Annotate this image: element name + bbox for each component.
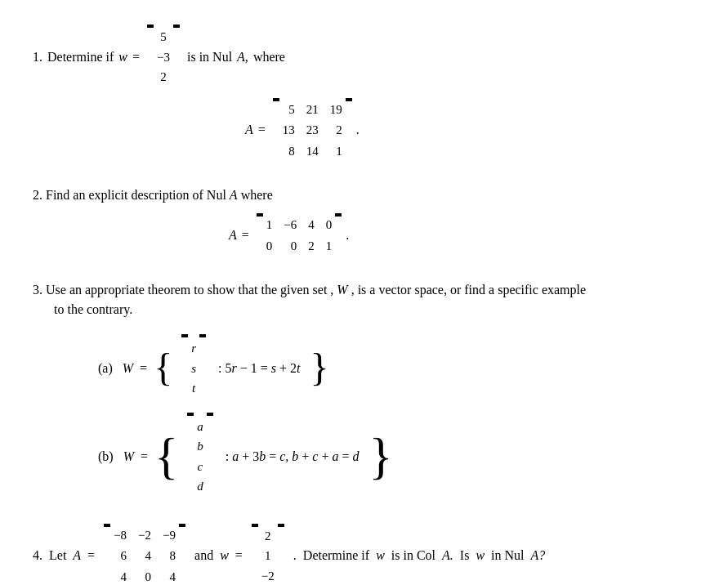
problem-4-number: 4. — [33, 546, 42, 565]
problem-4-w-eq: = — [235, 546, 243, 565]
problem-2-A-label: A — [229, 226, 237, 245]
problem-1-is-in-nul: is in Nul — [187, 47, 232, 67]
problem-4-vector-w: 2 1 −2 — [252, 524, 284, 586]
big-brace-left-a: { — [154, 351, 172, 385]
problem-2-where: where — [241, 188, 273, 202]
problem-1-where: where — [253, 47, 285, 67]
problem-4-period: . — [293, 546, 297, 565]
problem-1-A-label: A — [245, 120, 253, 140]
problem-4-A-label: A — [73, 546, 81, 565]
big-brace-right-b: } — [369, 435, 393, 478]
problem-3b-eq: = — [141, 447, 148, 467]
problem-4-line: 4. Let A = −8−2−9 648 404 and w = 2 1 −2… — [33, 524, 695, 586]
problem-3-text3: to the contrary. — [33, 300, 695, 319]
problem-3a-W-label: W — [123, 359, 133, 378]
problem-3a-condition: : 5r − 1 = s + 2t — [218, 359, 300, 378]
problem-3a-label: (a) — [98, 359, 113, 378]
problem-3-text: Use an appropriate theorem to show that … — [46, 283, 337, 297]
problem-4-A-eq: = — [87, 546, 95, 565]
problem-3-W: W — [337, 283, 347, 297]
problem-4-A2: A. — [442, 546, 453, 565]
problem-2-text: Find an explicit description of Nul — [46, 188, 230, 202]
problem-3a-eq: = — [140, 359, 147, 378]
problem-4-w2: w — [376, 546, 385, 565]
problem-3-text2: is a vector space, or find a specific ex… — [358, 283, 586, 297]
problem-1-matrix-A: 52119 13232 8141 — [273, 98, 352, 163]
big-brace-left-b: { — [154, 435, 178, 478]
problem-4-and: and — [194, 546, 213, 565]
problem-1-number: 1. — [33, 47, 42, 67]
problem-1-text-before: Determine if — [47, 47, 114, 67]
problem-1-vector-w: 5 −3 2 — [147, 25, 180, 90]
problem-3: 3. Use an appropriate theorem to show th… — [33, 280, 695, 501]
problem-4-A3: A? — [531, 546, 546, 565]
problem-4-w-label: w — [220, 546, 229, 565]
problem-3b-condition: : a + 3b = c, b + c + a = d — [226, 447, 360, 467]
problem-4-is: Is — [460, 546, 470, 565]
problem-1-equals: = — [132, 47, 140, 67]
problem-4-determine: Determine if — [303, 546, 369, 565]
problem-2-period: . — [346, 226, 349, 245]
problem-2-matrix-A: 1−640 0021 — [257, 213, 342, 257]
problem-3-text-line: 3. Use an appropriate theorem to show th… — [33, 280, 695, 300]
problem-4-is-in-col: is in Col — [391, 546, 435, 565]
problem-3-subpart-a: (a) W = { r s t : 5r − 1 = s + 2t } — [98, 334, 695, 403]
problem-1-eq: = — [258, 120, 266, 140]
problem-2-A: A — [230, 188, 238, 202]
big-brace-right-a: } — [310, 351, 328, 385]
problem-3b-vector: a b c d — [187, 413, 213, 501]
problem-4-matrix-A: −8−2−9 648 404 — [104, 524, 185, 586]
problem-3b-label: (b) — [98, 447, 114, 467]
problem-3a-vector: r s t — [181, 334, 206, 403]
problem-2-text-line: 2. Find an explicit description of Nul A… — [33, 185, 695, 205]
problem-4-let: Let — [49, 546, 66, 565]
problem-1-w: w — [118, 47, 127, 67]
problem-2: 2. Find an explicit description of Nul A… — [33, 185, 695, 257]
problem-2-number: 2. — [33, 188, 42, 202]
problem-4-in-nul: in Nul — [491, 546, 524, 565]
problem-3b-W-label: W — [123, 447, 134, 467]
problem-4-w3: w — [476, 546, 485, 565]
problem-3-subpart-b: (b) W = { a b c d : a + 3b = c, b + c + … — [98, 413, 695, 501]
problem-2-eq: = — [242, 226, 249, 245]
problem-1-period: . — [356, 120, 360, 140]
problem-1-A: A, — [237, 47, 248, 67]
problem-3-number: 3. — [33, 283, 42, 297]
problem-3-comma: , — [351, 283, 355, 297]
problem-4: 4. Let A = −8−2−9 648 404 and w = 2 1 −2… — [33, 524, 695, 586]
problem-1: 1. Determine if w = 5 −3 2 is in Nul A, … — [33, 25, 695, 163]
